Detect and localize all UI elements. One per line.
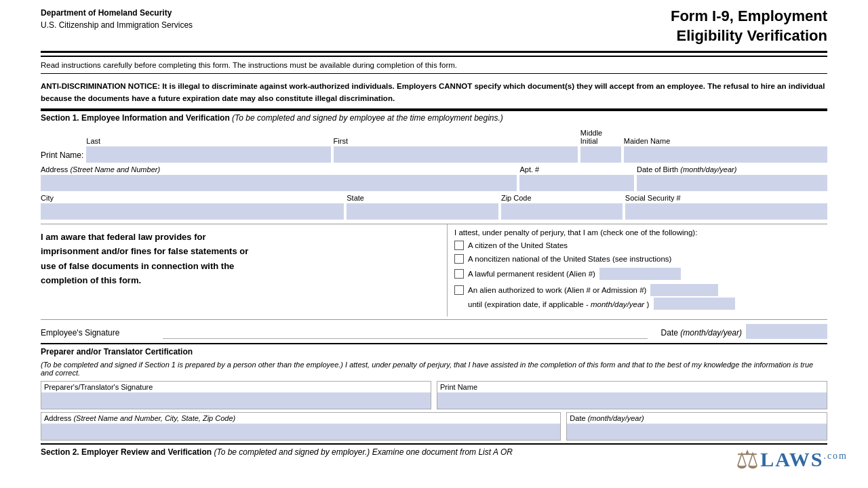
first-name-field: First	[334, 137, 578, 163]
section2-header: Section 2. Employer Review and Verificat…	[41, 443, 827, 457]
apt-field: Apt. #	[519, 165, 634, 191]
middle-initial-input[interactable]	[580, 146, 621, 163]
print-name-label: Print Name:	[41, 150, 83, 163]
ssn-label: Social Security #	[625, 194, 827, 202]
first-label: First	[334, 137, 578, 145]
ssn-field: Social Security #	[625, 194, 827, 220]
address-row: Address (Street Name and Number) Apt. # …	[41, 165, 827, 191]
preparer-print-name-input[interactable]	[437, 392, 827, 409]
section2-italic: (To be completed and signed by employer.…	[214, 447, 512, 457]
watermark-icon: ⚖	[736, 445, 759, 474]
preparer-sig-label: Preparer's/Translator's Signature	[41, 382, 431, 392]
sig-label: Employee's Signature	[41, 328, 163, 339]
city-label: City	[41, 194, 344, 202]
ssn-input[interactable]	[625, 203, 827, 220]
middle-initial-label: Middle Initial	[580, 129, 621, 145]
preparer-date-label: Date (month/day/year)	[567, 413, 827, 424]
apt-label: Apt. #	[519, 165, 634, 174]
zip-field: Zip Code	[501, 194, 623, 220]
city-input[interactable]	[41, 203, 344, 220]
noncitizen-checkbox[interactable]	[454, 254, 464, 264]
section1-header: Section 1. Employee Information and Veri…	[41, 110, 827, 125]
zip-label: Zip Code	[501, 194, 623, 202]
preparer-print-name-field: Print Name	[437, 381, 827, 409]
alien-auth-label: An alien authorized to work (Alien # or …	[468, 286, 646, 294]
watermark: ⚖ LAWS.com	[736, 445, 848, 474]
state-field: State	[347, 194, 498, 220]
signature-row: Employee's Signature Date (month/day/yea…	[41, 319, 827, 339]
expiration-date-input[interactable]	[654, 298, 735, 310]
preparer-sig-input[interactable]	[41, 392, 431, 409]
anti-discrimination-notice: ANTI-DISCRIMINATION NOTICE: It is illega…	[41, 77, 827, 110]
preparer-sig-row: Preparer's/Translator's Signature Print …	[41, 381, 827, 409]
preparer-date-input[interactable]	[567, 424, 827, 440]
signature-date-input[interactable]	[746, 324, 827, 339]
alien-auth-checkbox[interactable]	[454, 285, 464, 295]
alien-number-input[interactable]	[599, 268, 681, 280]
date-label: Date (month/day/year)	[661, 328, 742, 339]
read-notice: Read instructions carefully before compl…	[41, 56, 827, 74]
watermark-text: LAWS.com	[760, 448, 848, 471]
agency-info: Department of Homeland Security U.S. Cit…	[41, 7, 193, 31]
dept-sub: U.S. Citizenship and Immigration Service…	[41, 19, 193, 31]
middle-initial-field: Middle Initial	[580, 129, 621, 163]
awareness-text: I am aware that federal law provides for…	[41, 230, 440, 288]
maiden-name-field: Maiden Name	[624, 137, 827, 163]
attest-text: I attest, under penalty of perjury, that…	[454, 228, 827, 237]
first-name-input[interactable]	[334, 146, 578, 163]
maiden-name-input[interactable]	[624, 146, 827, 163]
form-title-line2: Eligibility Verification	[671, 26, 827, 46]
noncitizen-label: A noncitizen national of the United Stat…	[468, 255, 671, 263]
name-row: Print Name: Last First Middle Initial Ma…	[41, 129, 827, 163]
last-name-field: Last	[86, 137, 330, 163]
citizen-label: A citizen of the United States	[468, 241, 568, 249]
section2-title: Section 2. Employer Review and Verificat…	[41, 447, 212, 457]
dob-input[interactable]	[637, 175, 827, 191]
last-label: Last	[86, 137, 330, 145]
form-title: Form I-9, Employment Eligibility Verific…	[671, 7, 827, 45]
state-input[interactable]	[347, 203, 498, 220]
form-title-line1: Form I-9, Employment	[671, 7, 827, 26]
resident-checkbox-row: A lawful permanent resident (Alien #)	[454, 268, 827, 280]
preparer-sig-field: Preparer's/Translator's Signature	[41, 381, 431, 409]
until-row: until (expiration date, if applicable - …	[454, 298, 827, 310]
dob-label: Date of Birth (month/day/year)	[637, 165, 827, 174]
preparer-desc: (To be completed and signed if Section 1…	[41, 361, 827, 377]
city-state-row: City State Zip Code Social Security #	[41, 194, 827, 220]
awareness-section: I am aware that federal law provides for…	[41, 224, 448, 317]
city-field: City	[41, 194, 344, 220]
alien-auth-checkbox-line: An alien authorized to work (Alien # or …	[454, 284, 827, 296]
preparer-address-field: Address (Street Name and Number, City, S…	[41, 412, 561, 441]
alien-auth-row: An alien authorized to work (Alien # or …	[454, 284, 827, 310]
preparer-address-input[interactable]	[41, 424, 560, 440]
address-street-field: Address (Street Name and Number)	[41, 165, 517, 191]
last-name-input[interactable]	[86, 146, 330, 163]
address-street-input[interactable]	[41, 175, 517, 191]
preparer-address-row: Address (Street Name and Number, City, S…	[41, 412, 827, 441]
address-label: Address (Street Name and Number)	[41, 165, 517, 174]
maiden-name-label: Maiden Name	[624, 137, 827, 145]
alien-auth-number-input[interactable]	[650, 284, 718, 296]
resident-label: A lawful permanent resident (Alien #)	[468, 270, 595, 278]
signature-input[interactable]	[163, 323, 648, 339]
preparer-section: Preparer and/or Translator Certification…	[41, 343, 827, 441]
dept-name: Department of Homeland Security	[41, 7, 193, 19]
preparer-date-field: Date (month/day/year)	[566, 412, 827, 441]
citizen-checkbox-row: A citizen of the United States	[454, 241, 827, 250]
state-label: State	[347, 194, 498, 202]
citizen-checkbox[interactable]	[454, 241, 464, 250]
resident-checkbox[interactable]	[454, 269, 464, 279]
preparer-print-name-label: Print Name	[437, 382, 827, 392]
dob-field: Date of Birth (month/day/year)	[637, 165, 827, 191]
zip-input[interactable]	[501, 203, 623, 220]
awareness-attest-row: I am aware that federal law provides for…	[41, 224, 827, 317]
attestation-section: I attest, under penalty of perjury, that…	[448, 224, 827, 317]
noncitizen-checkbox-row: A noncitizen national of the United Stat…	[454, 254, 827, 264]
preparer-header: Preparer and/or Translator Certification…	[41, 347, 827, 377]
preparer-address-label: Address (Street Name and Number, City, S…	[41, 413, 560, 424]
apt-input[interactable]	[519, 175, 634, 191]
form-header: Department of Homeland Security U.S. Cit…	[41, 7, 827, 45]
